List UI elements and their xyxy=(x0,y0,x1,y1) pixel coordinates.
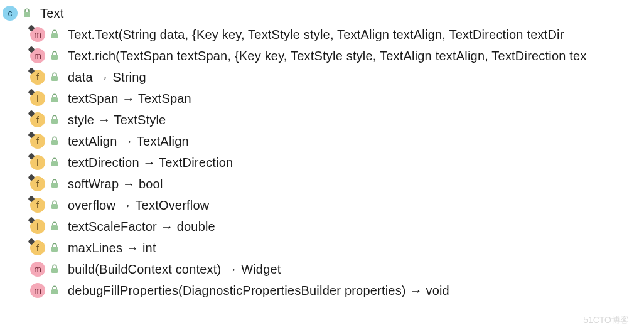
member-row[interactable]: ftextDirection → TextDirection xyxy=(0,152,644,173)
member-row[interactable]: fmaxLines → int xyxy=(0,237,644,258)
svg-rect-2 xyxy=(51,55,58,60)
svg-rect-13 xyxy=(51,289,58,294)
member-label: textScaleFactor → double xyxy=(68,220,215,234)
svg-rect-3 xyxy=(51,76,58,81)
lock-icon xyxy=(50,179,62,189)
member-row[interactable]: ftextScaleFactor → double xyxy=(0,216,644,237)
svg-rect-11 xyxy=(51,247,58,252)
member-label: data → String xyxy=(68,70,146,85)
lock-icon xyxy=(50,221,62,232)
member-label: maxLines → int xyxy=(68,241,156,255)
field-icon: f xyxy=(30,70,45,85)
member-label: overflow → TextOverflow xyxy=(68,198,209,213)
svg-rect-10 xyxy=(51,225,58,230)
class-label: Text xyxy=(40,6,63,21)
structure-tree: cTextmText.Text(String data, {Key key, T… xyxy=(0,3,644,301)
method-icon: m xyxy=(30,262,45,277)
class-icon: c xyxy=(3,6,18,21)
lock-icon xyxy=(50,93,62,104)
member-row[interactable]: ftextSpan → TextSpan xyxy=(0,88,644,109)
svg-rect-6 xyxy=(51,140,58,145)
member-label: softWrap → bool xyxy=(68,177,163,191)
svg-rect-7 xyxy=(51,161,58,166)
field-icon: f xyxy=(30,219,45,234)
lock-icon xyxy=(50,157,62,168)
member-row[interactable]: mdebugFillProperties(DiagnosticPropertie… xyxy=(0,280,644,301)
lock-icon xyxy=(50,243,62,253)
method-icon: m xyxy=(30,48,45,63)
member-row[interactable]: ftextAlign → TextAlign xyxy=(0,130,644,152)
lock-icon xyxy=(50,200,62,210)
field-icon: f xyxy=(30,112,45,127)
member-row[interactable]: foverflow → TextOverflow xyxy=(0,194,644,216)
member-row[interactable]: fstyle → TextStyle xyxy=(0,109,644,130)
member-label: style → TextStyle xyxy=(68,113,166,127)
method-icon: m xyxy=(30,283,45,298)
lock-icon xyxy=(50,115,62,125)
class-row[interactable]: cText xyxy=(0,3,644,24)
member-label: Text.rich(TextSpan textSpan, {Key key, T… xyxy=(68,49,587,63)
field-icon: f xyxy=(30,134,45,149)
member-row[interactable]: fsoftWrap → bool xyxy=(0,173,644,194)
lock-icon xyxy=(50,136,62,146)
member-row[interactable]: mbuild(BuildContext context) → Widget xyxy=(0,258,644,280)
svg-rect-4 xyxy=(51,97,58,102)
lock-icon xyxy=(50,264,62,274)
svg-rect-1 xyxy=(51,33,58,38)
member-label: textDirection → TextDirection xyxy=(68,156,233,170)
svg-rect-12 xyxy=(51,268,58,273)
member-label: build(BuildContext context) → Widget xyxy=(68,262,281,277)
svg-rect-5 xyxy=(51,119,58,124)
field-icon: f xyxy=(30,176,45,191)
field-icon: f xyxy=(30,155,45,170)
member-label: Text.Text(String data, {Key key, TextSty… xyxy=(68,28,564,42)
lock-icon xyxy=(23,8,34,18)
lock-icon xyxy=(50,51,62,61)
svg-rect-0 xyxy=(24,12,30,17)
member-row[interactable]: mText.Text(String data, {Key key, TextSt… xyxy=(0,24,644,45)
member-row[interactable]: fdata → String xyxy=(0,67,644,88)
field-icon: f xyxy=(30,198,45,213)
member-label: textSpan → TextSpan xyxy=(68,92,191,106)
svg-rect-9 xyxy=(51,204,58,209)
member-label: textAlign → TextAlign xyxy=(68,134,189,149)
field-icon: f xyxy=(30,91,45,106)
lock-icon xyxy=(50,72,62,82)
lock-icon xyxy=(50,29,62,40)
svg-rect-8 xyxy=(51,183,58,188)
member-label: debugFillProperties(DiagnosticProperties… xyxy=(68,284,449,298)
member-row[interactable]: mText.rich(TextSpan textSpan, {Key key, … xyxy=(0,45,644,67)
field-icon: f xyxy=(30,240,45,255)
lock-icon xyxy=(50,285,62,295)
method-icon: m xyxy=(30,27,45,42)
